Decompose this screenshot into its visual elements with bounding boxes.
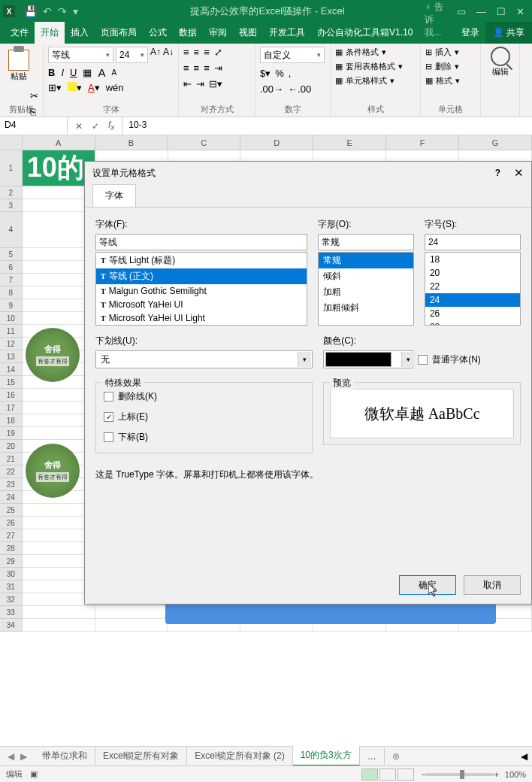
increase-font-icon[interactable]: A↑ <box>150 47 161 63</box>
macro-record-icon[interactable]: ▣ <box>30 769 38 779</box>
share-button[interactable]: 👤 共享 <box>485 22 532 44</box>
col-header[interactable]: C <box>168 135 240 150</box>
border-button[interactable]: ▦ <box>83 67 92 78</box>
font-size-input[interactable] <box>425 234 521 250</box>
accounting-format-icon[interactable]: $▾ <box>260 68 271 79</box>
undo-icon[interactable]: ↶ <box>43 5 52 17</box>
row-header[interactable]: 30 <box>0 568 23 580</box>
row-header[interactable]: 11 <box>0 325 23 338</box>
tell-me[interactable]: ♀ 告诉我... <box>419 0 455 44</box>
style-listbox[interactable]: 常规 倾斜 加粗 加粗倾斜 <box>318 252 414 326</box>
decrease-decimal-icon[interactable]: ←.00 <box>288 83 311 95</box>
save-icon[interactable]: 💾 <box>24 5 37 17</box>
cut-icon[interactable]: ✂ <box>30 90 38 102</box>
row-header[interactable]: 28 <box>0 542 23 555</box>
redo-icon[interactable]: ↷ <box>58 5 67 17</box>
font-shrink-icon[interactable]: A <box>111 68 116 77</box>
row-header[interactable]: 19 <box>0 427 23 440</box>
view-page-layout-icon[interactable] <box>379 768 396 780</box>
row-header[interactable]: 24 <box>0 491 23 504</box>
percent-format-icon[interactable]: % <box>275 68 284 79</box>
subscript-checkbox[interactable]: 下标(B) <box>104 431 304 444</box>
dialog-close-icon[interactable]: ✕ <box>514 166 524 180</box>
cell[interactable] <box>23 606 95 619</box>
align-right-icon[interactable]: ≡ <box>204 62 210 74</box>
tab-home[interactable]: 开始 <box>35 22 65 44</box>
row-header[interactable]: 18 <box>0 414 23 427</box>
increase-indent-icon[interactable]: ⇥ <box>196 78 204 89</box>
row-header[interactable]: 14 <box>0 363 23 376</box>
tab-formulas[interactable]: 公式 <box>143 22 173 44</box>
row-header[interactable]: 27 <box>0 529 23 542</box>
shape-rectangle[interactable] <box>165 602 496 624</box>
row-header[interactable]: 1 <box>0 150 23 186</box>
row-header[interactable]: 4 <box>0 212 23 248</box>
tab-review[interactable]: 审阅 <box>203 22 233 44</box>
sheet-nav-next-icon[interactable]: ▶ <box>20 751 27 762</box>
row-header[interactable]: 31 <box>0 580 23 593</box>
tab-view[interactable]: 视图 <box>233 22 263 44</box>
view-page-break-icon[interactable] <box>397 768 414 780</box>
italic-button[interactable]: I <box>61 67 64 78</box>
cancel-button[interactable]: 取消 <box>464 575 521 595</box>
row-header[interactable]: 6 <box>0 261 23 274</box>
cell[interactable] <box>23 619 95 632</box>
col-header[interactable]: A <box>23 135 95 150</box>
format-cells-button[interactable]: ▦ 格式 ▾ <box>425 75 476 86</box>
col-header[interactable]: B <box>95 135 168 150</box>
row-header[interactable]: 10 <box>0 312 23 325</box>
col-header[interactable]: G <box>459 135 532 150</box>
row-header[interactable]: 17 <box>0 402 23 414</box>
font-name-combo[interactable]: 等线▾ <box>48 47 113 63</box>
conditional-format-button[interactable]: ▦ 条件格式 ▾ <box>335 47 416 58</box>
tab-insert[interactable]: 插入 <box>65 22 95 44</box>
delete-cells-button[interactable]: ⊟ 删除 ▾ <box>425 61 476 72</box>
tab-data[interactable]: 数据 <box>173 22 203 44</box>
tab-file[interactable]: 文件 <box>5 22 35 44</box>
bold-button[interactable]: B <box>48 67 55 78</box>
merge-button[interactable]: ⊟▾ <box>209 78 222 89</box>
row-header[interactable]: 3 <box>0 199 23 212</box>
name-box[interactable]: D4 <box>0 117 68 135</box>
orientation-icon[interactable]: ⤢ <box>214 47 222 58</box>
enter-formula-icon[interactable]: ✓ <box>92 121 99 132</box>
tab-scroll-left-icon[interactable]: ◀ <box>516 751 532 762</box>
decrease-indent-icon[interactable]: ⇤ <box>183 78 192 89</box>
paste-button[interactable]: 粘贴 <box>5 47 33 84</box>
color-dropdown[interactable]: ▾ <box>323 350 413 368</box>
zoom-in-icon[interactable]: + <box>494 770 498 779</box>
zoom-slider[interactable] <box>426 773 494 776</box>
sheet-tab-more[interactable]: … <box>360 748 385 765</box>
col-header[interactable]: D <box>240 135 313 150</box>
row-header[interactable]: 15 <box>0 376 23 389</box>
dialog-help-icon[interactable]: ? <box>495 168 500 178</box>
tab-layout[interactable]: 页面布局 <box>95 22 143 44</box>
row-header[interactable]: 23 <box>0 478 23 491</box>
normal-font-checkbox[interactable]: 普通字体(N) <box>418 353 481 366</box>
fx-icon[interactable]: fx <box>108 120 114 132</box>
align-mid-icon[interactable]: ≡ <box>194 47 200 58</box>
add-sheet-button[interactable]: ⊕ <box>385 748 407 765</box>
border-dropdown[interactable]: ⊞▾ <box>48 82 62 93</box>
embedded-image[interactable]: 舍得 有舍才有得 <box>26 444 80 498</box>
cell[interactable] <box>95 619 168 632</box>
copy-icon[interactable]: ⎘ <box>30 106 38 117</box>
maximize-icon[interactable]: ☐ <box>497 6 506 17</box>
view-normal-icon[interactable] <box>361 768 378 780</box>
insert-cells-button[interactable]: ⊞ 插入 ▾ <box>425 47 476 58</box>
font-color-button[interactable]: A▾ <box>88 82 100 93</box>
size-listbox[interactable]: 18 20 22 24 26 28 <box>425 252 521 326</box>
row-header[interactable]: 9 <box>0 299 23 312</box>
row-header[interactable]: 25 <box>0 504 23 517</box>
row-header[interactable]: 34 <box>0 619 23 632</box>
sheet-tab-active[interactable]: 10的负3次方 <box>293 746 360 766</box>
cell[interactable] <box>95 606 168 619</box>
row-header[interactable]: 26 <box>0 517 23 529</box>
row-header[interactable]: 2 <box>0 186 23 199</box>
login-button[interactable]: 登录 <box>455 22 485 44</box>
col-header[interactable]: E <box>313 135 386 150</box>
cell-styles-button[interactable]: ▦ 单元格样式 ▾ <box>335 75 416 86</box>
sheet-nav-prev-icon[interactable]: ◀ <box>8 751 14 762</box>
align-center-icon[interactable]: ≡ <box>194 62 200 74</box>
col-header[interactable]: F <box>386 135 459 150</box>
